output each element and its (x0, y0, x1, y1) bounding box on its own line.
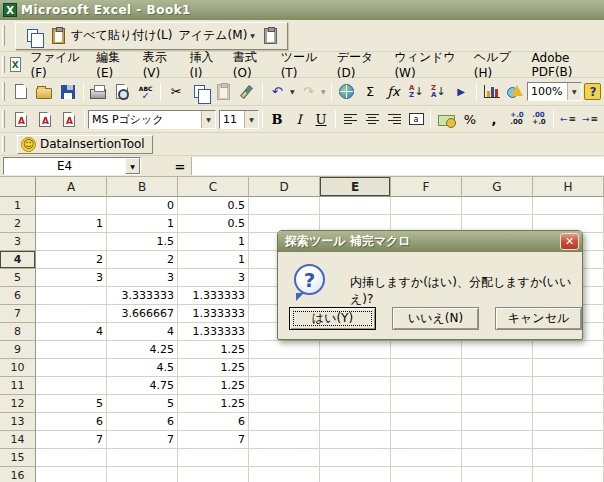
align-center-button[interactable] (361, 108, 383, 130)
format-painter-button[interactable] (235, 81, 259, 103)
cell-D16[interactable] (249, 467, 320, 482)
column-header-H[interactable]: H (533, 177, 604, 197)
cell-G9[interactable] (462, 341, 533, 359)
copy-button[interactable] (188, 81, 212, 103)
cell-D13[interactable] (249, 413, 320, 431)
italic-button[interactable]: I (288, 108, 310, 130)
column-header-F[interactable]: F (391, 177, 462, 197)
increase-indent-button[interactable]: →≡ (579, 108, 601, 130)
cell-H14[interactable] (533, 431, 604, 449)
print-preview-button[interactable] (110, 81, 134, 103)
cell-B13[interactable]: 6 (107, 413, 178, 431)
cell-B1[interactable]: 0 (107, 197, 178, 215)
row-header-12[interactable]: 12 (0, 395, 36, 413)
row-header-2[interactable]: 2 (0, 215, 36, 233)
run-button[interactable]: ▶ (449, 81, 473, 103)
cell-D15[interactable] (249, 449, 320, 467)
font-size-combo[interactable]: 11 ▼ (219, 110, 259, 129)
cell-G13[interactable] (462, 413, 533, 431)
cell-F10[interactable] (391, 359, 462, 377)
cell-C16[interactable] (178, 467, 249, 482)
cell-H12[interactable] (533, 395, 604, 413)
underline-button[interactable]: U (310, 108, 332, 130)
column-header-D[interactable]: D (249, 177, 320, 197)
cell-B12[interactable]: 5 (107, 395, 178, 413)
cell-C13[interactable]: 6 (178, 413, 249, 431)
cell-A12[interactable]: 5 (36, 395, 107, 413)
cell-A4[interactable]: 2 (36, 251, 107, 269)
sort-ascending-button[interactable]: AZ ↓ (405, 81, 427, 103)
open-button[interactable] (33, 81, 57, 103)
merge-center-button[interactable]: a (405, 108, 427, 130)
column-header-A[interactable]: A (36, 177, 107, 197)
cell-A3[interactable] (36, 233, 107, 251)
cell-A6[interactable] (36, 287, 107, 305)
redo-button[interactable]: ↷▼ (297, 81, 328, 103)
cell-D10[interactable] (249, 359, 320, 377)
convert-pdf-email-button[interactable]: A (33, 108, 57, 130)
cell-H15[interactable] (533, 449, 604, 467)
cell-A7[interactable] (36, 305, 107, 323)
chevron-down-icon[interactable]: ▼ (244, 111, 258, 128)
toolbar-grip[interactable] (2, 56, 5, 74)
cell-E12[interactable] (320, 395, 391, 413)
cell-B16[interactable] (107, 467, 178, 482)
cell-B8[interactable]: 4 (107, 323, 178, 341)
paste-all-button[interactable]: すべて貼り付け(L) (46, 25, 174, 47)
cell-C8[interactable]: 1.333333 (178, 323, 249, 341)
items-menu-button[interactable]: アイテム(M) ▼ (176, 25, 256, 47)
cell-D9[interactable] (249, 341, 320, 359)
cell-B11[interactable]: 4.75 (107, 377, 178, 395)
row-header-7[interactable]: 7 (0, 305, 36, 323)
help-button[interactable]: ? (582, 81, 604, 103)
cell-G10[interactable] (462, 359, 533, 377)
cell-F15[interactable] (391, 449, 462, 467)
row-header-16[interactable]: 16 (0, 467, 36, 482)
cell-A1[interactable] (36, 197, 107, 215)
cell-B14[interactable]: 7 (107, 431, 178, 449)
cell-H13[interactable] (533, 413, 604, 431)
row-header-5[interactable]: 5 (0, 269, 36, 287)
cell-A2[interactable]: 1 (36, 215, 107, 233)
insert-function-button[interactable]: ƒx (382, 81, 406, 103)
autosum-button[interactable]: Σ (358, 81, 382, 103)
name-box[interactable]: E4 ▼ (3, 157, 141, 175)
cell-F13[interactable] (391, 413, 462, 431)
undo-button[interactable]: ↶▼ (266, 81, 297, 103)
cell-F11[interactable] (391, 377, 462, 395)
cell-B4[interactable]: 2 (107, 251, 178, 269)
paste-button[interactable] (211, 81, 235, 103)
cell-E13[interactable] (320, 413, 391, 431)
convert-pdf-review-button[interactable]: A (57, 108, 81, 130)
cell-A9[interactable] (36, 341, 107, 359)
cell-A15[interactable] (36, 449, 107, 467)
cell-A5[interactable]: 3 (36, 269, 107, 287)
decrease-indent-button[interactable]: ←≡ (557, 108, 579, 130)
data-insertion-tool-button[interactable]: ☺ DataInsertionTool (17, 135, 153, 154)
cell-F14[interactable] (391, 431, 462, 449)
currency-style-button[interactable] (434, 108, 458, 130)
font-name-combo[interactable]: MS Pゴシック ▼ (88, 110, 216, 129)
cell-H10[interactable] (533, 359, 604, 377)
increase-decimal-button[interactable]: +.0.00 (506, 108, 528, 130)
cell-C10[interactable]: 1.25 (178, 359, 249, 377)
column-header-G[interactable]: G (462, 177, 533, 197)
column-header-B[interactable]: B (107, 177, 178, 197)
cell-G14[interactable] (462, 431, 533, 449)
cell-A13[interactable]: 6 (36, 413, 107, 431)
spelling-button[interactable]: ABC✓ (134, 81, 158, 103)
cell-A8[interactable]: 4 (36, 323, 107, 341)
cell-A10[interactable] (36, 359, 107, 377)
row-header-10[interactable]: 10 (0, 359, 36, 377)
cell-E9[interactable] (320, 341, 391, 359)
cell-F16[interactable] (391, 467, 462, 482)
row-header-4[interactable]: 4 (0, 251, 36, 269)
toolbar-grip[interactable] (2, 136, 5, 151)
cell-B7[interactable]: 3.666667 (107, 305, 178, 323)
cell-H16[interactable] (533, 467, 604, 482)
row-header-8[interactable]: 8 (0, 323, 36, 341)
cell-G12[interactable] (462, 395, 533, 413)
cut-button[interactable]: ✂ (164, 81, 188, 103)
column-header-C[interactable]: C (178, 177, 249, 197)
row-header-14[interactable]: 14 (0, 431, 36, 449)
